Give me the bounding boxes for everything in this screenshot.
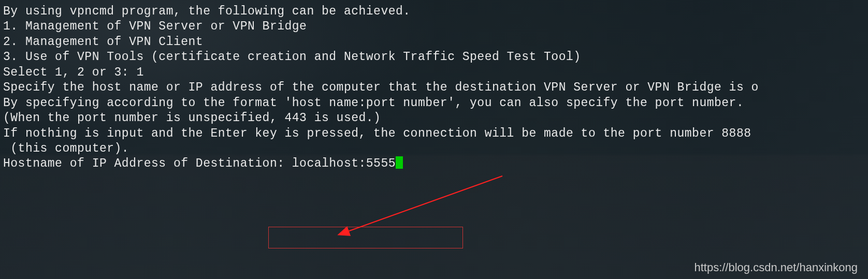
port-line: (When the port number is unspecified, 44… [3,111,865,126]
annotation-arrow [331,173,508,241]
terminal-cursor [396,156,403,169]
watermark-text: https://blog.csdn.net/hanxinkong [694,260,858,275]
terminal-intro: By using vpncmd program, the following c… [3,4,865,19]
hostname-input-value: localhost:5555 [292,156,396,171]
specify-host-line: Specify the host name or IP address of t… [3,80,865,95]
enter-key-line: If nothing is input and the Enter key is… [3,126,865,141]
menu-option-2: 2. Management of VPN Client [3,35,865,50]
hostname-prompt-line[interactable]: Hostname of IP Address of Destination: l… [3,156,865,171]
menu-option-3: 3. Use of VPN Tools (certificate creatio… [3,50,865,65]
this-computer-line: (this computer). [3,141,865,156]
annotation-highlight-box [268,227,463,248]
svg-line-1 [339,176,502,234]
format-line: By specifying according to the format 'h… [3,96,865,111]
menu-option-1: 1. Management of VPN Server or VPN Bridg… [3,19,865,34]
select-prompt-text: Select 1, 2 or 3: [3,65,136,80]
select-prompt-line[interactable]: Select 1, 2 or 3: 1 [3,65,865,80]
select-input-value: 1 [136,65,143,80]
hostname-prompt-text: Hostname of IP Address of Destination: [3,156,292,171]
